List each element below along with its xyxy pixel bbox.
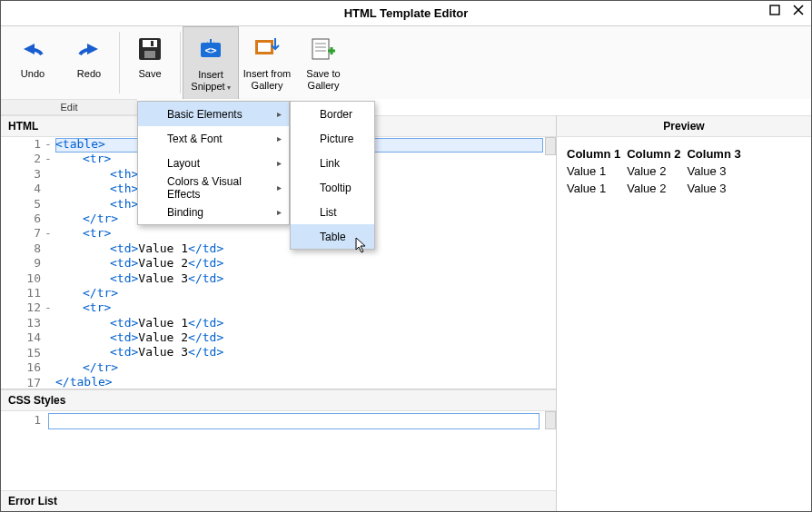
error-list-header: Error List	[1, 490, 556, 511]
undo-arrow-icon	[18, 32, 47, 66]
save-to-gallery-label: Save to Gallery	[295, 68, 352, 92]
preview-col-header: Column 2	[626, 146, 684, 162]
insert-snippet-label: Insert Snippet▾	[183, 69, 238, 94]
redo-arrow-icon	[74, 32, 104, 66]
insert-snippet-button[interactable]: <> Insert Snippet▾	[183, 26, 239, 99]
menu-item[interactable]: Text & Font	[138, 126, 289, 151]
toolbar: Undo Redo Save <> Insert Snippet▾ Insert…	[1, 26, 811, 99]
submenu-item[interactable]: Table	[291, 224, 374, 249]
svg-rect-11	[312, 39, 329, 59]
save-label: Save	[138, 68, 161, 80]
menu-item[interactable]: Basic Elements	[138, 102, 289, 126]
floppy-disk-icon	[137, 32, 163, 66]
menu-item[interactable]: Layout	[138, 151, 289, 175]
title-bar: HTML Template Editor	[1, 1, 811, 26]
css-editor[interactable]: 1	[1, 411, 556, 490]
insert-from-gallery-button[interactable]: Insert from Gallery	[239, 26, 295, 99]
submenu-item[interactable]: Border	[291, 102, 374, 126]
preview-panel: Preview Column 1Column 2Column 3Value 1V…	[557, 115, 811, 511]
save-to-gallery-button[interactable]: Save to Gallery	[295, 26, 352, 99]
preview-cell: Value 1	[566, 181, 624, 196]
redo-label: Redo	[77, 68, 101, 80]
submenu-item[interactable]: Picture	[291, 126, 374, 151]
toolbar-separator	[119, 32, 120, 94]
preview-table: Column 1Column 2Column 3Value 1Value 2Va…	[564, 144, 747, 198]
css-line-number: 1	[1, 411, 45, 490]
preview-header: Preview	[557, 115, 811, 137]
toolbar-group-label: Edit	[1, 99, 137, 115]
preview-col-header: Column 1	[566, 146, 624, 162]
svg-rect-4	[143, 40, 157, 47]
submenu-item[interactable]: List	[291, 200, 374, 224]
maximize-icon[interactable]	[769, 5, 780, 15]
menu-item[interactable]: Colors & Visual Effects	[138, 175, 289, 200]
basic-elements-submenu[interactable]: BorderPictureLinkTooltipListTable	[290, 101, 375, 250]
dropdown-caret-icon: ▾	[227, 84, 231, 92]
preview-cell: Value 1	[566, 163, 624, 179]
preview-cell: Value 3	[686, 163, 744, 179]
submenu-item[interactable]: Tooltip	[291, 175, 374, 200]
scrollbar-thumb[interactable]	[545, 411, 556, 429]
save-button[interactable]: Save	[122, 26, 178, 99]
css-panel-header: CSS Styles	[1, 389, 556, 411]
svg-rect-6	[151, 41, 153, 46]
menu-item[interactable]: Binding	[138, 200, 289, 224]
scrollbar-thumb[interactable]	[545, 137, 556, 155]
undo-label: Undo	[21, 68, 45, 80]
css-input[interactable]	[48, 413, 540, 429]
submenu-item[interactable]: Link	[291, 151, 374, 175]
close-icon[interactable]	[793, 5, 804, 15]
svg-rect-5	[144, 51, 155, 58]
line-number-gutter: 1234567891011121314151617	[1, 137, 45, 389]
gallery-save-icon	[310, 32, 337, 66]
insert-snippet-menu[interactable]: Basic ElementsText & FontLayoutColors & …	[137, 101, 290, 225]
svg-rect-0	[770, 5, 779, 15]
preview-cell: Value 2	[626, 163, 684, 179]
main-area: HTML 1234567891011121314151617 -- - - <t…	[1, 115, 811, 511]
svg-rect-10	[258, 43, 271, 52]
preview-cell: Value 2	[626, 181, 684, 196]
preview-cell: Value 3	[686, 181, 744, 196]
gallery-insert-icon	[253, 32, 281, 66]
insert-from-gallery-label: Insert from Gallery	[239, 68, 295, 92]
preview-content: Column 1Column 2Column 3Value 1Value 2Va…	[557, 137, 811, 205]
undo-button[interactable]: Undo	[5, 26, 61, 99]
preview-col-header: Column 3	[686, 146, 744, 162]
fold-column[interactable]: -- - -	[45, 137, 55, 389]
insert-snippet-icon: <>	[197, 33, 224, 67]
redo-button[interactable]: Redo	[61, 26, 117, 99]
toolbar-separator	[180, 32, 181, 94]
window-title: HTML Template Editor	[344, 6, 469, 20]
